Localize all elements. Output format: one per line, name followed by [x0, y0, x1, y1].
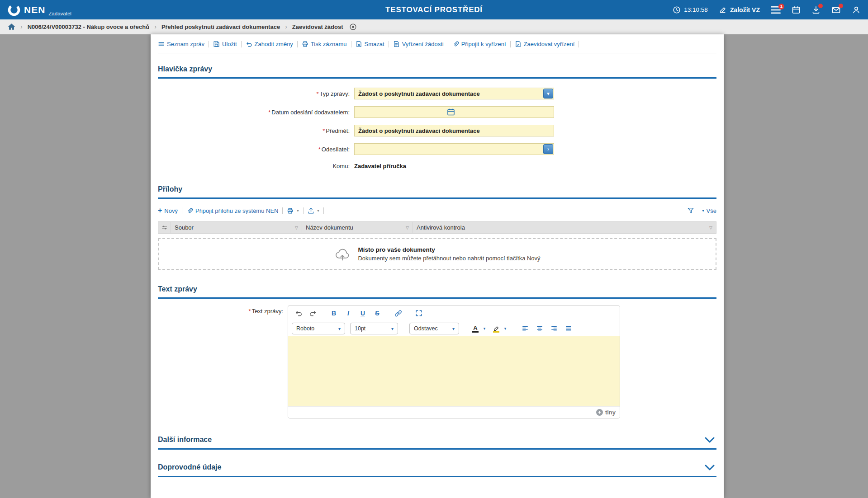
undo-arrow-icon [246, 41, 252, 47]
document-check-icon [515, 41, 522, 47]
attachments-dropzone[interactable]: Místo pro vaše dokumenty Dokumenty sem m… [158, 238, 716, 270]
close-tab-button[interactable] [349, 23, 357, 31]
main-menu-button[interactable]: 1 [771, 6, 781, 14]
text-color-bar [472, 331, 479, 333]
toolbar-separator [282, 207, 283, 214]
highlight-color-bar [493, 331, 499, 333]
attach-from-nen-button[interactable]: Připojit přílohu ze systému NEN [186, 207, 279, 214]
text-color-menu-button[interactable]: ▾ [481, 323, 488, 334]
discard-changes-button[interactable]: Zahodit změny [246, 41, 293, 47]
link-icon [394, 310, 402, 317]
nen-logo[interactable]: NEN Zadavatel [7, 3, 71, 17]
toolbar-separator [303, 207, 304, 214]
highlight-color-button[interactable] [491, 323, 501, 334]
text-color-button[interactable]: A [470, 323, 480, 334]
bold-icon: B [332, 310, 336, 317]
strikethrough-button[interactable]: S [370, 307, 384, 319]
attachments-table-header: Soubor ▽ Název dokumentu ▽ Antivirová ko… [158, 221, 716, 234]
toolbar-separator [389, 41, 389, 47]
paperclip-icon [452, 41, 459, 47]
toolbar-separator [510, 41, 511, 47]
bold-button[interactable]: B [327, 307, 341, 319]
italic-button[interactable]: I [342, 307, 355, 319]
filter-triangle-icon[interactable]: ▽ [402, 226, 409, 230]
chevron-down-icon: ▾ [547, 91, 550, 96]
highlight-color-menu-button[interactable]: ▾ [502, 323, 508, 334]
column-settings-button[interactable] [158, 222, 171, 233]
type-label: *Typ zprávy: [158, 90, 354, 97]
section-dalsi-informace: Další informace [158, 436, 716, 450]
save-button[interactable]: Uložit [213, 41, 237, 47]
message-type-select[interactable]: Žádost o poskytnutí zadávací dokumentace [354, 88, 554, 99]
message-list-button[interactable]: Seznam zpráv [158, 41, 204, 47]
new-attachment-button[interactable]: + Nový [158, 207, 178, 215]
attach-to-resolution-button[interactable]: Připojit k vyřízení [452, 41, 506, 47]
view-all-toggle[interactable]: ▾ Vše [702, 207, 716, 214]
breadcrumb-item-overview[interactable]: Přehled poskytnutí zadávací dokumentace [161, 23, 280, 30]
font-size-select[interactable]: 10pt ▾ [350, 323, 398, 334]
filter-triangle-icon[interactable]: ▽ [291, 226, 298, 230]
cloud-upload-icon [334, 247, 351, 261]
block-format-select[interactable]: Odstavec ▾ [409, 323, 459, 334]
align-justify-button[interactable] [562, 323, 575, 334]
section-doprovodne-udaje: Doprovodné údaje [158, 463, 716, 477]
user-icon [852, 5, 861, 14]
record-card: Seznam zpráv Uložit Zahodit změny Tisk z… [151, 34, 724, 498]
toolbar-separator [241, 41, 242, 47]
breadcrumb-item-current: Zaevidovat žádost [292, 23, 343, 30]
tiny-logo-icon [596, 409, 603, 416]
message-type-dropdown-button[interactable]: ▾ [543, 89, 553, 99]
filter-triangle-icon[interactable]: ▽ [706, 226, 712, 230]
breadcrumb-item-procurement[interactable]: N006/24/V00003732 - Nákup ovoce a ořechů [28, 23, 150, 30]
sender-lookup-button[interactable]: › [543, 144, 553, 154]
sender-input[interactable] [354, 143, 554, 155]
create-vz-button[interactable]: Založit VZ [719, 6, 760, 14]
insert-link-button[interactable] [391, 307, 405, 319]
print-record-button[interactable]: Tisk záznamu [302, 41, 347, 47]
align-right-button[interactable] [547, 323, 561, 334]
chevron-down-icon: ▾ [338, 326, 341, 331]
filter-button[interactable] [687, 207, 694, 214]
process-request-button[interactable]: Vyřízení žádosti [393, 41, 444, 47]
align-left-icon [522, 325, 529, 332]
align-left-button[interactable] [518, 323, 532, 334]
align-center-button[interactable] [533, 323, 546, 334]
toolbar-separator [323, 207, 324, 214]
subject-input[interactable] [354, 125, 554, 136]
undo-button[interactable] [292, 307, 305, 319]
editor-content[interactable] [288, 336, 620, 406]
expand-dalsi-informace-button[interactable] [703, 437, 716, 443]
page-background: Seznam zpráv Uložit Zahodit změny Tisk z… [0, 34, 868, 498]
attachments-toolbar: + Nový Připojit přílohu ze systému NEN ▾… [158, 204, 716, 217]
breadcrumb-separator-icon: › [154, 23, 157, 30]
column-header-soubor[interactable]: Soubor ▽ [171, 222, 302, 233]
message-header-form: *Typ zprávy: Žádost o poskytnutí zadávac… [158, 88, 716, 170]
messages-button[interactable] [831, 5, 841, 14]
redo-button[interactable] [306, 307, 320, 319]
expand-doprovodne-udaje-button[interactable] [703, 465, 716, 470]
required-marker: * [268, 109, 270, 116]
fullscreen-button[interactable] [412, 307, 426, 319]
dropzone-title: Místo pro vaše dokumenty [358, 246, 540, 253]
home-button[interactable] [8, 23, 15, 30]
user-profile-button[interactable] [852, 5, 861, 14]
date-sent-label: *Datum odeslání dodavatelem: [158, 109, 354, 116]
register-resolution-button[interactable]: Zaevidovat vyřízení [515, 41, 575, 47]
dropzone-text: Místo pro vaše dokumenty Dokumenty sem m… [358, 246, 540, 262]
download-badge [818, 4, 823, 8]
calendar-button[interactable] [792, 5, 801, 14]
print-attachments-button[interactable]: ▾ [287, 207, 299, 214]
date-picker-button[interactable] [447, 108, 455, 116]
font-family-select[interactable]: Roboto ▾ [292, 323, 345, 334]
export-attachments-button[interactable]: ▾ [308, 207, 319, 214]
sender-label: *Odesílatel: [158, 146, 354, 153]
delete-button[interactable]: Smazat [356, 41, 384, 47]
column-header-nazev-dokumentu[interactable]: Název dokumentu ▽ [302, 222, 413, 233]
underline-button[interactable]: U [356, 307, 370, 319]
editor-toolbar-row2: Roboto ▾ 10pt ▾ Odstavec ▾ A ▾ [288, 321, 620, 336]
section-title: Doprovodné údaje [158, 463, 221, 471]
close-circle-icon [349, 23, 357, 31]
rich-text-editor: B I U S [288, 305, 620, 418]
column-header-antivirova-kontrola[interactable]: Antivirová kontrola ▽ [413, 222, 716, 233]
downloads-button[interactable] [811, 5, 821, 14]
